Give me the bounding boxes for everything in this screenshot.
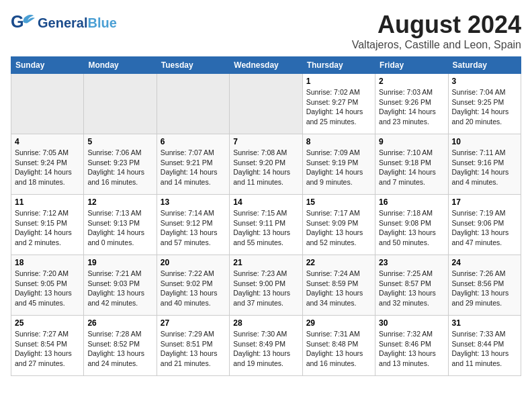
calendar-cell: 1Sunrise: 7:02 AM Sunset: 9:27 PM Daylig… [302,74,375,134]
day-number: 23 [379,258,444,267]
day-info: Sunrise: 7:05 AM Sunset: 9:24 PM Dayligh… [15,148,80,187]
calendar-cell: 23Sunrise: 7:25 AM Sunset: 8:57 PM Dayli… [375,255,448,316]
main-title: August 2024 [352,11,521,39]
calendar-cell [84,74,157,134]
calendar-cell: 3Sunrise: 7:04 AM Sunset: 9:25 PM Daylig… [448,74,521,134]
calendar-week-4: 18Sunrise: 7:20 AM Sunset: 9:05 PM Dayli… [11,255,521,316]
day-number: 15 [306,197,371,207]
day-header-tuesday: Tuesday [157,57,229,74]
calendar-cell: 5Sunrise: 7:06 AM Sunset: 9:23 PM Daylig… [84,134,157,195]
day-number: 10 [452,137,517,146]
calendar-cell: 14Sunrise: 7:15 AM Sunset: 9:11 PM Dayli… [230,195,302,255]
day-info: Sunrise: 7:23 AM Sunset: 9:00 PM Dayligh… [233,269,298,308]
day-number: 21 [233,258,298,267]
day-info: Sunrise: 7:29 AM Sunset: 8:51 PM Dayligh… [161,329,226,369]
day-number: 13 [161,197,226,207]
calendar-cell: 13Sunrise: 7:14 AM Sunset: 9:12 PM Dayli… [157,195,229,255]
calendar-cell: 27Sunrise: 7:29 AM Sunset: 8:51 PM Dayli… [157,316,229,376]
day-info: Sunrise: 7:04 AM Sunset: 9:25 PM Dayligh… [452,87,517,127]
day-number: 27 [161,318,226,328]
subtitle: Valtajeros, Castille and Leon, Spain [352,39,521,51]
day-number: 2 [379,77,444,86]
calendar-cell: 31Sunrise: 7:33 AM Sunset: 8:44 PM Dayli… [448,316,521,376]
calendar-cell: 9Sunrise: 7:10 AM Sunset: 9:18 PM Daylig… [375,134,448,195]
calendar-cell: 21Sunrise: 7:23 AM Sunset: 9:00 PM Dayli… [230,255,302,316]
calendar-cell: 26Sunrise: 7:28 AM Sunset: 8:52 PM Dayli… [84,316,157,376]
day-number: 1 [306,77,371,86]
day-header-friday: Friday [375,57,448,74]
day-info: Sunrise: 7:28 AM Sunset: 8:52 PM Dayligh… [87,329,152,369]
day-info: Sunrise: 7:17 AM Sunset: 9:09 PM Dayligh… [306,208,371,248]
day-number: 25 [15,318,80,328]
day-header-thursday: Thursday [302,57,375,74]
day-info: Sunrise: 7:06 AM Sunset: 9:23 PM Dayligh… [87,148,152,187]
calendar-cell [11,74,84,134]
calendar-cell: 2Sunrise: 7:03 AM Sunset: 9:26 PM Daylig… [375,74,448,134]
svg-text:G: G [11,12,24,31]
calendar-cell: 20Sunrise: 7:22 AM Sunset: 9:02 PM Dayli… [157,255,229,316]
day-number: 19 [87,258,152,267]
calendar-cell: 16Sunrise: 7:18 AM Sunset: 9:08 PM Dayli… [375,195,448,255]
day-info: Sunrise: 7:30 AM Sunset: 8:49 PM Dayligh… [233,329,298,369]
day-info: Sunrise: 7:14 AM Sunset: 9:12 PM Dayligh… [161,208,226,248]
day-number: 7 [233,137,298,146]
day-info: Sunrise: 7:08 AM Sunset: 9:20 PM Dayligh… [233,148,298,187]
calendar-cell: 7Sunrise: 7:08 AM Sunset: 9:20 PM Daylig… [230,134,302,195]
day-info: Sunrise: 7:20 AM Sunset: 9:05 PM Dayligh… [15,269,80,308]
day-info: Sunrise: 7:19 AM Sunset: 9:06 PM Dayligh… [452,208,517,248]
calendar-cell: 11Sunrise: 7:12 AM Sunset: 9:15 PM Dayli… [11,195,84,255]
calendar-cell: 6Sunrise: 7:07 AM Sunset: 9:21 PM Daylig… [157,134,229,195]
day-info: Sunrise: 7:11 AM Sunset: 9:16 PM Dayligh… [452,148,517,187]
logo: G GeneralBlue [11,11,117,35]
day-info: Sunrise: 7:31 AM Sunset: 8:48 PM Dayligh… [306,329,371,369]
day-info: Sunrise: 7:26 AM Sunset: 8:56 PM Dayligh… [452,269,517,308]
day-info: Sunrise: 7:09 AM Sunset: 9:19 PM Dayligh… [306,148,371,187]
calendar-cell: 30Sunrise: 7:32 AM Sunset: 8:46 PM Dayli… [375,316,448,376]
calendar-cell: 29Sunrise: 7:31 AM Sunset: 8:48 PM Dayli… [302,316,375,376]
calendar-cell: 17Sunrise: 7:19 AM Sunset: 9:06 PM Dayli… [448,195,521,255]
day-number: 31 [452,318,517,328]
day-number: 16 [379,197,444,207]
calendar-week-3: 11Sunrise: 7:12 AM Sunset: 9:15 PM Dayli… [11,195,521,255]
day-number: 9 [379,137,444,146]
day-header-sunday: Sunday [11,57,84,74]
calendar-cell: 24Sunrise: 7:26 AM Sunset: 8:56 PM Dayli… [448,255,521,316]
day-info: Sunrise: 7:02 AM Sunset: 9:27 PM Dayligh… [306,87,371,127]
day-info: Sunrise: 7:10 AM Sunset: 9:18 PM Dayligh… [379,148,444,187]
day-number: 22 [306,258,371,267]
day-number: 6 [161,137,226,146]
day-header-wednesday: Wednesday [230,57,302,74]
page-header: G GeneralBlue August 2024 Valtajeros, Ca… [11,11,521,51]
calendar-cell: 8Sunrise: 7:09 AM Sunset: 9:19 PM Daylig… [302,134,375,195]
day-header-saturday: Saturday [448,57,521,74]
day-info: Sunrise: 7:15 AM Sunset: 9:11 PM Dayligh… [233,208,298,248]
day-number: 29 [306,318,371,328]
calendar-cell [157,74,229,134]
day-number: 11 [15,197,80,207]
day-info: Sunrise: 7:13 AM Sunset: 9:13 PM Dayligh… [87,208,152,248]
day-number: 28 [233,318,298,328]
day-info: Sunrise: 7:27 AM Sunset: 8:54 PM Dayligh… [15,329,80,369]
calendar-cell: 25Sunrise: 7:27 AM Sunset: 8:54 PM Dayli… [11,316,84,376]
day-info: Sunrise: 7:12 AM Sunset: 9:15 PM Dayligh… [15,208,80,248]
day-number: 30 [379,318,444,328]
day-number: 3 [452,77,517,86]
day-number: 24 [452,258,517,267]
day-info: Sunrise: 7:18 AM Sunset: 9:08 PM Dayligh… [379,208,444,248]
day-number: 5 [87,137,152,146]
logo-icon: G [11,11,35,35]
day-header-monday: Monday [84,57,157,74]
calendar-week-2: 4Sunrise: 7:05 AM Sunset: 9:24 PM Daylig… [11,134,521,195]
calendar-cell: 15Sunrise: 7:17 AM Sunset: 9:09 PM Dayli… [302,195,375,255]
calendar-cell: 19Sunrise: 7:21 AM Sunset: 9:03 PM Dayli… [84,255,157,316]
day-info: Sunrise: 7:21 AM Sunset: 9:03 PM Dayligh… [87,269,152,308]
day-number: 26 [87,318,152,328]
title-block: August 2024 Valtajeros, Castille and Leo… [352,11,521,51]
day-info: Sunrise: 7:25 AM Sunset: 8:57 PM Dayligh… [379,269,444,308]
day-info: Sunrise: 7:07 AM Sunset: 9:21 PM Dayligh… [161,148,226,187]
day-number: 4 [15,137,80,146]
day-info: Sunrise: 7:24 AM Sunset: 8:59 PM Dayligh… [306,269,371,308]
day-info: Sunrise: 7:22 AM Sunset: 9:02 PM Dayligh… [161,269,226,308]
calendar-cell: 28Sunrise: 7:30 AM Sunset: 8:49 PM Dayli… [230,316,302,376]
day-info: Sunrise: 7:03 AM Sunset: 9:26 PM Dayligh… [379,87,444,127]
